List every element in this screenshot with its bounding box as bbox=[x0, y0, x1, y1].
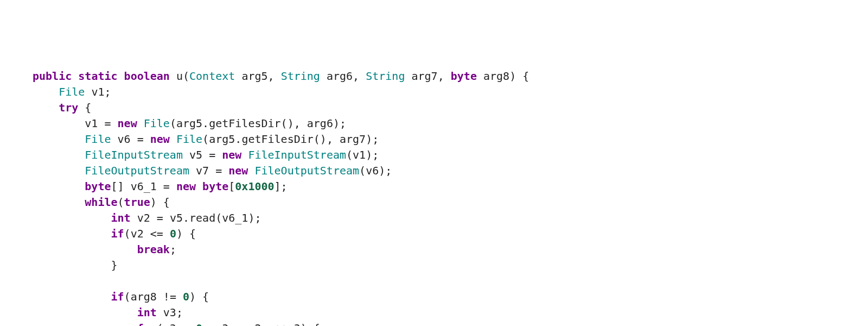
m-read: read bbox=[189, 211, 215, 224]
id-v2: v2 bbox=[248, 322, 261, 326]
id-v3: v3 bbox=[163, 306, 176, 319]
num-0: 0 bbox=[183, 290, 189, 303]
kw-int: int bbox=[137, 306, 157, 319]
id-arg7: arg7 bbox=[412, 70, 438, 83]
code-line-8: byte[] v6_1 = new byte[0x1000]; bbox=[33, 179, 868, 195]
type-string: String bbox=[281, 70, 320, 83]
code-line-2: File v1; bbox=[33, 84, 868, 100]
type-context: Context bbox=[189, 70, 235, 83]
id-arg6: arg6 bbox=[327, 70, 353, 83]
code-line-13: } bbox=[33, 258, 868, 273]
kw-boolean: boolean bbox=[124, 70, 170, 83]
type-fos: FileOutputStream bbox=[85, 164, 189, 177]
id-v6_1: v6_1 bbox=[222, 211, 248, 224]
type-file: File bbox=[144, 117, 170, 130]
kw-new: new bbox=[118, 117, 137, 130]
id-v7: v7 bbox=[196, 164, 209, 177]
code-line-15: if(arg8 != 0) { bbox=[33, 289, 868, 305]
kw-static: static bbox=[78, 70, 117, 83]
kw-byte: byte bbox=[451, 70, 477, 83]
id-v6: v6 bbox=[118, 133, 131, 146]
code-line-10: int v2 = v5.read(v6_1); bbox=[33, 210, 868, 226]
id-arg7: arg7 bbox=[340, 133, 366, 146]
kw-new: new bbox=[150, 133, 170, 146]
code-line-17: for(v3 = 0; v3 < v2; ++v3) { bbox=[33, 321, 868, 326]
kw-public: public bbox=[33, 70, 72, 83]
type-string: String bbox=[366, 70, 405, 83]
type-fis: FileInputStream bbox=[248, 148, 346, 161]
id-v3: v3 bbox=[163, 322, 176, 326]
id-arg8: arg8 bbox=[483, 70, 509, 83]
id-v3: v3 bbox=[288, 322, 301, 326]
id-v6_1: v6_1 bbox=[131, 180, 157, 193]
type-fis: FileInputStream bbox=[85, 148, 183, 161]
kw-byte: byte bbox=[202, 180, 228, 193]
id-v5: v5 bbox=[170, 211, 183, 224]
code-line-6: FileInputStream v5 = new FileInputStream… bbox=[33, 147, 868, 163]
kw-true: true bbox=[124, 196, 150, 209]
fn-name: u bbox=[176, 70, 183, 83]
id-arg6: arg6 bbox=[307, 117, 333, 130]
m-getFilesDir: getFilesDir bbox=[209, 117, 280, 130]
num-0x1000: 0x1000 bbox=[235, 180, 274, 193]
code-line-1: public static boolean u(Context arg5, St… bbox=[33, 68, 868, 84]
id-arg8: arg8 bbox=[131, 290, 157, 303]
code-line-9: while(true) { bbox=[33, 195, 868, 210]
type-fos: FileOutputStream bbox=[254, 164, 359, 177]
code-line-4: v1 = new File(arg5.getFilesDir(), arg6); bbox=[33, 116, 868, 131]
kw-while: while bbox=[85, 196, 117, 209]
id-arg5: arg5 bbox=[209, 133, 235, 146]
code-line-16: int v3; bbox=[33, 305, 868, 321]
num-0: 0 bbox=[196, 322, 202, 326]
id-v5: v5 bbox=[189, 148, 202, 161]
num-0: 0 bbox=[170, 227, 176, 240]
id-arg5: arg5 bbox=[241, 70, 267, 83]
code-line-14 bbox=[33, 273, 868, 289]
kw-byte: byte bbox=[85, 180, 111, 193]
id-v1: v1 bbox=[353, 148, 366, 161]
kw-for: for bbox=[137, 322, 157, 326]
type-file: File bbox=[59, 85, 85, 98]
id-v3: v3 bbox=[215, 322, 228, 326]
type-file: File bbox=[176, 133, 202, 146]
kw-if: if bbox=[111, 290, 124, 303]
kw-int: int bbox=[111, 211, 131, 224]
kw-try: try bbox=[59, 101, 78, 114]
code-line-5: File v6 = new File(arg5.getFilesDir(), a… bbox=[33, 131, 868, 147]
code-line-7: FileOutputStream v7 = new FileOutputStre… bbox=[33, 163, 868, 179]
type-file: File bbox=[85, 133, 111, 146]
id-v2: v2 bbox=[131, 227, 144, 240]
id-v1: v1 bbox=[85, 117, 98, 130]
id-v1: v1 bbox=[91, 85, 104, 98]
kw-new: new bbox=[176, 180, 196, 193]
kw-if: if bbox=[111, 227, 124, 240]
kw-new: new bbox=[222, 148, 241, 161]
code-block: public static boolean u(Context arg5, St… bbox=[33, 68, 868, 326]
id-v6: v6 bbox=[366, 164, 379, 177]
code-line-11: if(v2 <= 0) { bbox=[33, 226, 868, 242]
kw-break: break bbox=[137, 243, 170, 256]
id-arg5: arg5 bbox=[176, 117, 202, 130]
m-getFilesDir: getFilesDir bbox=[241, 133, 313, 146]
id-v2: v2 bbox=[137, 211, 150, 224]
kw-new: new bbox=[228, 164, 248, 177]
code-line-12: break; bbox=[33, 242, 868, 258]
code-line-3: try { bbox=[33, 100, 868, 116]
